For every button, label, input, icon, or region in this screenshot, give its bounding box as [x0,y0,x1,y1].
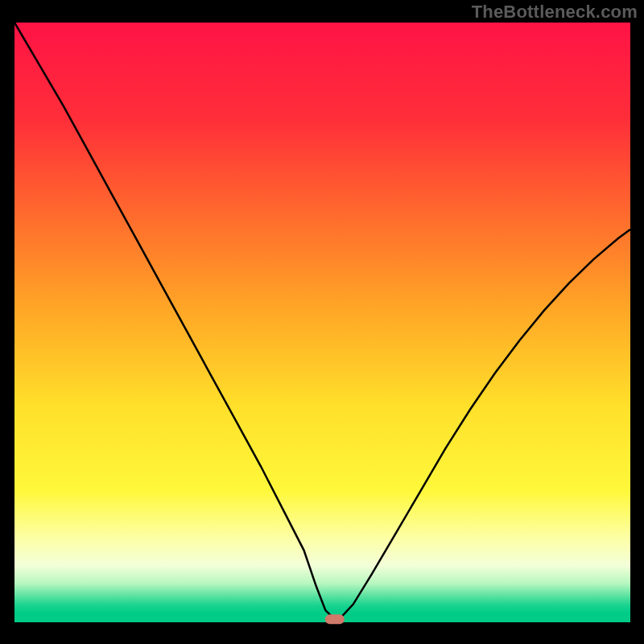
plot-background [14,23,630,622]
chart-frame: TheBottleneck.com [0,0,644,644]
bottleneck-chart [0,0,644,644]
watermark-text: TheBottleneck.com [472,2,638,23]
minimum-marker [325,614,345,624]
